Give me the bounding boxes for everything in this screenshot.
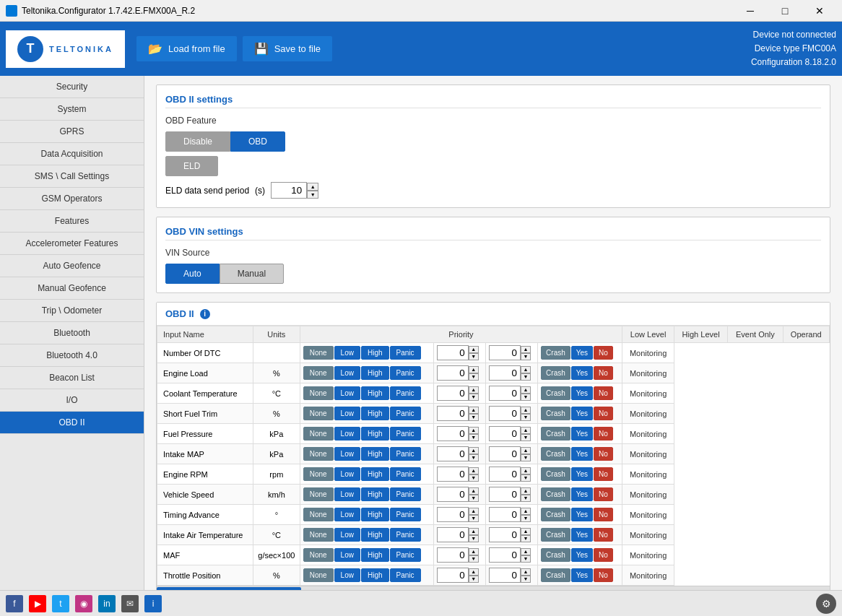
high-level-input[interactable] [489,365,521,381]
low-level-input[interactable] [437,446,469,461]
high-level-down[interactable]: ▼ [521,394,531,401]
priority-panic-btn[interactable]: Panic [390,568,421,582]
event-yes-btn[interactable]: Yes [571,407,593,420]
low-level-input[interactable] [437,386,469,401]
info-status-icon[interactable]: i [144,595,162,612]
disable-button[interactable]: Disable [165,131,230,152]
obd-button[interactable]: OBD [230,131,285,152]
event-crash-btn[interactable]: Crash [541,528,570,542]
twitter-icon[interactable]: t [52,595,69,612]
high-level-input[interactable] [489,345,521,360]
high-level-input[interactable] [489,568,521,583]
priority-none-btn[interactable]: None [303,487,334,501]
low-level-up[interactable]: ▲ [469,407,479,414]
sidebar-item-features[interactable]: Features [0,210,144,233]
event-no-btn[interactable]: No [594,366,613,380]
high-level-up[interactable]: ▲ [521,568,531,576]
sidebar-item-auto-geofence[interactable]: Auto Geofence [0,255,144,277]
high-level-up[interactable]: ▲ [521,386,531,394]
sidebar-item-gprs[interactable]: GPRS [0,121,144,143]
low-level-down[interactable]: ▼ [469,474,479,482]
low-level-down[interactable]: ▼ [469,555,479,563]
high-level-down[interactable]: ▼ [521,474,531,482]
high-level-up[interactable]: ▲ [521,407,531,414]
low-level-input[interactable] [437,547,469,563]
high-level-down[interactable]: ▼ [521,495,531,502]
priority-none-btn[interactable]: None [303,447,334,461]
high-level-up[interactable]: ▲ [521,427,531,434]
high-level-up[interactable]: ▲ [521,528,531,535]
instagram-icon[interactable]: ◉ [75,595,92,612]
high-level-up[interactable]: ▲ [521,346,531,353]
eld-button[interactable]: ELD [165,156,218,176]
priority-low-btn[interactable]: Low [334,386,360,400]
event-crash-btn[interactable]: Crash [541,508,570,521]
high-level-down[interactable]: ▼ [521,555,531,563]
priority-high-btn[interactable]: High [361,508,389,521]
low-level-up[interactable]: ▲ [469,548,479,555]
high-level-input[interactable] [489,527,521,542]
horizontal-scrollbar[interactable] [157,586,830,590]
sidebar-item-i/o[interactable]: I/O [0,389,144,412]
event-yes-btn[interactable]: Yes [571,487,593,501]
priority-panic-btn[interactable]: Panic [390,548,421,562]
low-level-up[interactable]: ▲ [469,447,479,454]
priority-low-btn[interactable]: Low [334,346,360,360]
event-crash-btn[interactable]: Crash [541,487,570,501]
low-level-input[interactable] [437,527,469,542]
priority-panic-btn[interactable]: Panic [390,407,421,420]
settings-icon[interactable]: ⚙ [816,594,836,614]
low-level-down[interactable]: ▼ [469,373,479,381]
low-level-input[interactable] [437,365,469,381]
event-no-btn[interactable]: No [594,528,613,542]
high-level-input[interactable] [489,547,521,563]
event-crash-btn[interactable]: Crash [541,407,570,420]
sidebar-item-accelerometer-features[interactable]: Accelerometer Features [0,233,144,255]
sidebar-item-sms--call-settings[interactable]: SMS \ Call Settings [0,165,144,188]
priority-high-btn[interactable]: High [361,386,389,400]
event-crash-btn[interactable]: Crash [541,568,570,582]
priority-panic-btn[interactable]: Panic [390,467,421,481]
priority-none-btn[interactable]: None [303,427,334,441]
high-level-input[interactable] [489,507,521,522]
message-icon[interactable]: ✉ [121,595,139,612]
maximize-button[interactable]: □ [768,0,802,22]
priority-high-btn[interactable]: High [361,548,389,562]
priority-high-btn[interactable]: High [361,487,389,501]
priority-panic-btn[interactable]: Panic [390,346,421,360]
priority-none-btn[interactable]: None [303,548,334,562]
priority-panic-btn[interactable]: Panic [390,366,421,380]
low-level-down[interactable]: ▼ [469,414,479,421]
priority-high-btn[interactable]: High [361,346,389,360]
priority-low-btn[interactable]: Low [334,447,360,461]
high-level-input[interactable] [489,467,521,482]
priority-none-btn[interactable]: None [303,366,334,380]
vin-manual-button[interactable]: Manual [220,264,284,284]
minimize-button[interactable]: ─ [734,0,767,22]
event-yes-btn[interactable]: Yes [571,508,593,521]
youtube-icon[interactable]: ▶ [29,595,46,612]
priority-low-btn[interactable]: Low [334,508,360,521]
priority-none-btn[interactable]: None [303,386,334,400]
priority-panic-btn[interactable]: Panic [390,427,421,441]
high-level-up[interactable]: ▲ [521,548,531,555]
priority-low-btn[interactable]: Low [334,366,360,380]
event-yes-btn[interactable]: Yes [571,548,593,562]
low-level-down[interactable]: ▼ [469,515,479,522]
high-level-down[interactable]: ▼ [521,414,531,421]
low-level-input[interactable] [437,507,469,522]
priority-none-btn[interactable]: None [303,508,334,521]
eld-period-input[interactable] [271,182,307,199]
low-level-down[interactable]: ▼ [469,434,479,441]
event-crash-btn[interactable]: Crash [541,467,570,481]
priority-high-btn[interactable]: High [361,407,389,420]
priority-none-btn[interactable]: None [303,467,334,481]
priority-high-btn[interactable]: High [361,366,389,380]
high-level-input[interactable] [489,426,521,441]
priority-low-btn[interactable]: Low [334,528,360,542]
high-level-input[interactable] [489,446,521,461]
event-crash-btn[interactable]: Crash [541,427,570,441]
eld-period-up[interactable]: ▲ [307,183,318,191]
low-level-up[interactable]: ▲ [469,386,479,394]
priority-low-btn[interactable]: Low [334,467,360,481]
